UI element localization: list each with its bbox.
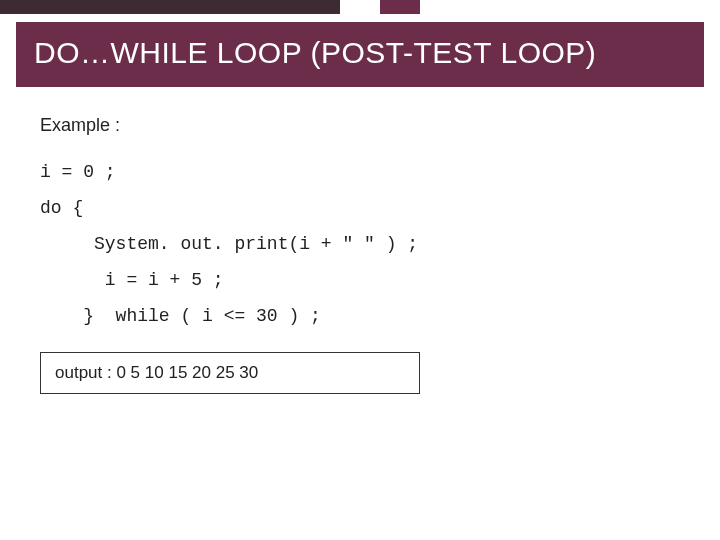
slide-title: DO…WHILE LOOP (POST-TEST LOOP) xyxy=(34,36,686,71)
code-block: i = 0 ; do { System. out. print(i + " " … xyxy=(40,154,680,334)
accent-segment-maroon xyxy=(380,0,420,14)
output-box: output : 0 5 10 15 20 25 30 xyxy=(40,352,420,394)
code-line: } while ( i <= 30 ) ; xyxy=(40,306,321,326)
top-accent-bar xyxy=(0,0,720,14)
slide-body: Example : i = 0 ; do { System. out. prin… xyxy=(0,87,720,334)
accent-segment-white xyxy=(420,0,720,14)
slide-title-bar: DO…WHILE LOOP (POST-TEST LOOP) xyxy=(16,22,704,87)
code-line: i = 0 ; xyxy=(40,162,116,182)
example-label: Example : xyxy=(40,115,680,136)
output-text: output : 0 5 10 15 20 25 30 xyxy=(55,363,405,383)
code-line: i = i + 5 ; xyxy=(40,270,224,290)
accent-gap xyxy=(340,0,380,14)
accent-segment-dark xyxy=(0,0,340,14)
code-line: System. out. print(i + " " ) ; xyxy=(40,234,418,254)
code-line: do { xyxy=(40,198,83,218)
